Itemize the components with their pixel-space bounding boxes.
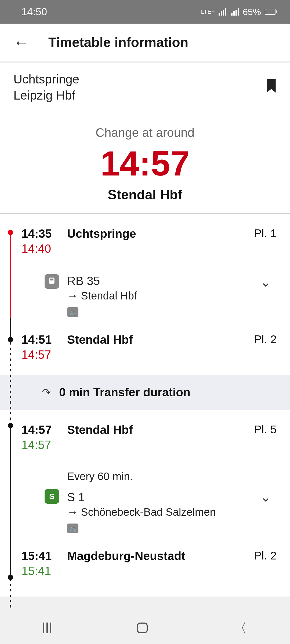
stop-row: 14:57 14:57 Stendal Hbf Pl. 5 bbox=[8, 412, 282, 462]
battery-icon bbox=[264, 9, 277, 15]
route-stations: Uchtspringe Leipzig Hbf bbox=[13, 71, 79, 104]
train-icon bbox=[45, 274, 59, 289]
change-label: Change at around bbox=[0, 125, 290, 140]
signal-icon bbox=[219, 8, 226, 16]
recents-button[interactable] bbox=[43, 623, 51, 633]
app-bar: ← Timetable information bbox=[0, 24, 290, 61]
stop-row: 14:51 14:57 Stendal Hbf Pl. 2 bbox=[8, 333, 282, 372]
station-name: Stendal Hbf bbox=[67, 423, 244, 437]
train-name: S 1 bbox=[67, 491, 255, 504]
station-name: Magdeburg-Neustadt bbox=[67, 549, 244, 563]
status-time: 14:50 bbox=[21, 6, 47, 18]
train-destination: → Stendal Hbf bbox=[67, 290, 255, 302]
change-time: 14:57 bbox=[0, 142, 290, 184]
stop-row: 14:35 14:40 Uchtspringe Pl. 1 bbox=[8, 227, 282, 266]
change-banner: Change at around 14:57 Stendal Hbf bbox=[0, 112, 290, 214]
realtime: 14:57 bbox=[21, 438, 67, 452]
network-label: LTE+ bbox=[201, 8, 215, 15]
chevron-down-icon[interactable]: ⌄ bbox=[255, 274, 277, 290]
status-right: LTE+ 65% bbox=[201, 7, 277, 17]
train-row[interactable]: S Every 60 min. S 1 → Schönebeck-Bad Sal… bbox=[8, 462, 282, 549]
transfer-bar: ↷ 0 min Transfer duration bbox=[0, 375, 290, 410]
train-row[interactable]: RB 35 → Stendal Hbf 🚲 ⌄ bbox=[8, 266, 282, 333]
platform: Pl. 2 bbox=[244, 333, 277, 346]
route-from: Uchtspringe bbox=[13, 71, 79, 87]
system-back-button[interactable]: 〈 bbox=[234, 619, 247, 637]
frequency: Every 60 min. bbox=[67, 470, 255, 482]
platform: Pl. 1 bbox=[244, 227, 277, 240]
change-station: Stendal Hbf bbox=[0, 187, 290, 203]
svg-rect-0 bbox=[49, 277, 54, 284]
platform: Pl. 2 bbox=[244, 549, 277, 562]
bike-icon: 🚲 bbox=[67, 307, 78, 317]
back-button[interactable]: ← bbox=[11, 30, 38, 54]
chevron-down-icon[interactable]: ⌄ bbox=[255, 470, 277, 505]
bookmark-icon[interactable] bbox=[266, 79, 277, 96]
battery-label: 65% bbox=[243, 7, 261, 17]
train-name: RB 35 bbox=[67, 274, 255, 288]
sbahn-icon: S bbox=[45, 489, 59, 504]
system-nav-bar: 〈 bbox=[0, 612, 290, 644]
realtime: 14:57 bbox=[21, 348, 67, 361]
station-name: Uchtspringe bbox=[67, 227, 244, 240]
scheduled-time: 14:57 bbox=[21, 423, 67, 437]
station-name: Stendal Hbf bbox=[67, 333, 244, 346]
route-to: Leipzig Hbf bbox=[13, 87, 79, 104]
scheduled-time: 15:41 bbox=[21, 549, 67, 563]
transfer-text: 0 min Transfer duration bbox=[59, 386, 190, 399]
status-bar: 14:50 LTE+ 65% bbox=[0, 0, 290, 24]
signal-icon-2 bbox=[231, 8, 239, 16]
bike-icon: 🚲 bbox=[67, 524, 78, 533]
route-header[interactable]: Uchtspringe Leipzig Hbf bbox=[0, 63, 290, 112]
platform: Pl. 5 bbox=[244, 423, 277, 436]
realtime: 14:40 bbox=[21, 242, 67, 255]
page-title: Timetable information bbox=[48, 35, 188, 50]
realtime: 15:41 bbox=[21, 564, 67, 578]
scheduled-time: 14:35 bbox=[21, 227, 67, 240]
train-destination: → Schönebeck-Bad Salzelmen bbox=[67, 506, 255, 518]
itinerary[interactable]: 14:35 14:40 Uchtspringe Pl. 1 RB 35 → St… bbox=[0, 214, 290, 597]
scheduled-time: 14:51 bbox=[21, 333, 67, 346]
home-button[interactable] bbox=[137, 623, 148, 633]
svg-rect-1 bbox=[50, 279, 53, 280]
stop-row: 15:41 15:41 Magdeburg-Neustadt Pl. 2 bbox=[8, 549, 282, 588]
transfer-icon: ↷ bbox=[13, 386, 59, 398]
